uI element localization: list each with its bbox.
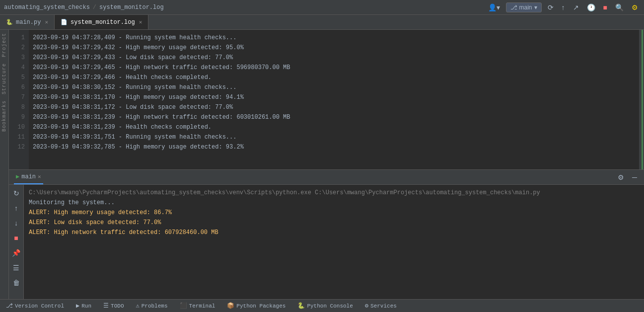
version-control-icon: ⎇ bbox=[6, 302, 13, 310]
services-label: Services bbox=[370, 303, 397, 309]
line-number: 6 bbox=[13, 82, 25, 92]
status-item-terminal[interactable]: ⬛Terminal bbox=[178, 300, 217, 312]
run-icon: ▶ bbox=[16, 173, 19, 180]
run-output[interactable]: C:\Users\mwang\PycharmProjects\automatin… bbox=[24, 185, 644, 299]
left-sidebar: Project Structure Bookmarks bbox=[0, 30, 9, 299]
run-panel: ▶ main ✕ ⚙ ─ ↻ ↑ ↓ ■ 📌 ☰ 🗑 bbox=[9, 170, 644, 299]
update-icon[interactable]: ⟳ bbox=[546, 2, 556, 12]
python-console-icon: 🐍 bbox=[297, 302, 305, 310]
run-tab-close[interactable]: ✕ bbox=[38, 173, 41, 180]
log-line: 2023-09-19 04:37:28,409 - Running system… bbox=[33, 33, 635, 43]
run-tab-label: main bbox=[21, 173, 36, 180]
status-item-run[interactable]: ▶Run bbox=[74, 300, 93, 312]
editor-container: Project Structure Bookmarks 123456789101… bbox=[0, 30, 644, 299]
scroll-up-button[interactable]: ↑ bbox=[11, 203, 22, 214]
line-number: 1 bbox=[13, 33, 25, 43]
push-icon[interactable]: ↗ bbox=[571, 2, 581, 12]
log-line: 2023-09-19 04:38:31,239 - High network t… bbox=[33, 112, 635, 122]
run-controls-sidebar: ↻ ↑ ↓ ■ 📌 ☰ 🗑 bbox=[9, 185, 24, 299]
branch-button[interactable]: ⎇ main ▾ bbox=[506, 2, 542, 12]
log-line: 2023-09-19 04:39:32,785 - High memory us… bbox=[33, 142, 635, 152]
settings-gear-icon[interactable]: ⚙ bbox=[616, 172, 626, 182]
status-item-python-console[interactable]: 🐍Python Console bbox=[295, 300, 355, 312]
line-number: 7 bbox=[13, 92, 25, 102]
version-control-label: Version Control bbox=[15, 303, 64, 309]
tab-label-main-py: main.py bbox=[16, 19, 41, 26]
scroll-down-button[interactable]: ↓ bbox=[11, 218, 22, 229]
branch-name: main bbox=[519, 4, 532, 11]
log-line: 2023-09-19 04:38:30,152 - Running system… bbox=[33, 82, 635, 92]
list-view-button[interactable]: ☰ bbox=[11, 262, 22, 273]
run-command-line: C:\Users\mwang\PycharmProjects\automatin… bbox=[29, 188, 639, 198]
history-icon[interactable]: 🕐 bbox=[585, 2, 597, 12]
run-output-line: ALERT: High memory usage detected: 86.7% bbox=[29, 208, 639, 218]
user-icon[interactable]: 👤▾ bbox=[486, 2, 502, 12]
sidebar-item-structure[interactable]: Structure bbox=[1, 60, 7, 97]
status-item-services[interactable]: ⚙Services bbox=[363, 300, 399, 312]
run-panel-controls: ⚙ ─ bbox=[616, 172, 639, 182]
run-tab[interactable]: ▶ main ✕ bbox=[14, 170, 43, 184]
run-output-line: Monitoring the system... bbox=[29, 198, 639, 208]
tab-bar: 🐍 main.py ✕ 📄 system_monitor.log ✕ bbox=[0, 15, 644, 30]
tab-close-system-monitor-log[interactable]: ✕ bbox=[139, 19, 143, 25]
log-line: 2023-09-19 04:38:31,239 - Health checks … bbox=[33, 122, 635, 132]
minimize-icon[interactable]: ─ bbox=[630, 172, 639, 182]
chevron-down-icon: ▾ bbox=[534, 4, 537, 11]
status-bar: ⎇Version Control▶Run☰TODO⚠Problems⬛Termi… bbox=[0, 299, 644, 312]
search-icon[interactable]: 🔍 bbox=[613, 2, 626, 12]
run-output-line: ALERT: High network traffic detected: 60… bbox=[29, 228, 639, 237]
status-item-problems[interactable]: ⚠Problems bbox=[134, 300, 169, 312]
editor-pane: 123456789101112 2023-09-19 04:37:28,409 … bbox=[9, 30, 644, 299]
commit-icon[interactable]: ↑ bbox=[560, 2, 567, 12]
todo-label: TODO bbox=[111, 303, 124, 309]
tab-system-monitor-log[interactable]: 📄 system_monitor.log ✕ bbox=[55, 15, 148, 29]
line-number: 3 bbox=[13, 53, 25, 63]
line-number: 4 bbox=[13, 63, 25, 73]
line-number: 10 bbox=[13, 122, 25, 132]
line-number: 2 bbox=[13, 43, 25, 53]
log-line: 2023-09-19 04:39:31,751 - Running system… bbox=[33, 132, 635, 142]
status-item-todo[interactable]: ☰TODO bbox=[101, 300, 126, 312]
pin-button[interactable]: 📌 bbox=[11, 247, 22, 258]
run-panel-header: ▶ main ✕ ⚙ ─ bbox=[9, 170, 644, 185]
status-item-version-control[interactable]: ⎇Version Control bbox=[4, 300, 66, 312]
status-item-python-packages[interactable]: 📦Python Packages bbox=[225, 300, 287, 312]
python-packages-label: Python Packages bbox=[236, 303, 286, 309]
py-icon: 🐍 bbox=[6, 19, 13, 25]
line-number: 8 bbox=[13, 102, 25, 112]
editor-scrollbar[interactable] bbox=[639, 30, 644, 169]
run-icon: ▶ bbox=[76, 302, 79, 310]
stop-icon[interactable]: ■ bbox=[601, 2, 609, 12]
line-number: 9 bbox=[13, 112, 25, 122]
log-line: 2023-09-19 04:37:29,466 - Health checks … bbox=[33, 73, 635, 82]
line-number: 5 bbox=[13, 73, 25, 82]
branch-icon: ⎇ bbox=[510, 4, 517, 11]
python-packages-icon: 📦 bbox=[227, 302, 234, 310]
problems-label: Problems bbox=[142, 303, 168, 309]
rerun-button[interactable]: ↻ bbox=[11, 188, 22, 199]
line-numbers: 123456789101112 bbox=[9, 30, 29, 169]
tab-close-main-py[interactable]: ✕ bbox=[45, 19, 48, 25]
line-number: 11 bbox=[13, 132, 25, 142]
log-line: 2023-09-19 04:37:29,433 - Low disk space… bbox=[33, 53, 635, 63]
log-line: 2023-09-19 04:37:29,465 - High network t… bbox=[33, 63, 635, 73]
current-file: system_monitor.log bbox=[99, 4, 164, 11]
sidebar-item-project[interactable]: Project bbox=[1, 30, 7, 60]
settings-icon[interactable]: ⚙ bbox=[630, 2, 640, 12]
trash-button[interactable]: 🗑 bbox=[11, 277, 22, 288]
log-line: 2023-09-19 04:38:31,170 - High memory us… bbox=[33, 92, 635, 102]
stop-run-button[interactable]: ■ bbox=[11, 233, 22, 243]
tab-main-py[interactable]: 🐍 main.py ✕ bbox=[0, 15, 55, 29]
scroll-indicator bbox=[642, 30, 643, 169]
run-output-line: ALERT: Low disk space detected: 77.0% bbox=[29, 218, 639, 228]
problems-icon: ⚠ bbox=[136, 302, 139, 310]
terminal-icon: ⬛ bbox=[180, 302, 187, 310]
sidebar-item-bookmarks[interactable]: Bookmarks bbox=[1, 97, 7, 135]
log-editor: 123456789101112 2023-09-19 04:37:28,409 … bbox=[9, 30, 644, 170]
python-console-label: Python Console bbox=[307, 303, 353, 309]
run-label: Run bbox=[81, 303, 91, 309]
breadcrumb: automating_system_checks / system_monito… bbox=[4, 4, 164, 11]
top-bar: automating_system_checks / system_monito… bbox=[0, 0, 644, 15]
separator: / bbox=[93, 4, 96, 11]
log-content[interactable]: 2023-09-19 04:37:28,409 - Running system… bbox=[29, 30, 639, 169]
